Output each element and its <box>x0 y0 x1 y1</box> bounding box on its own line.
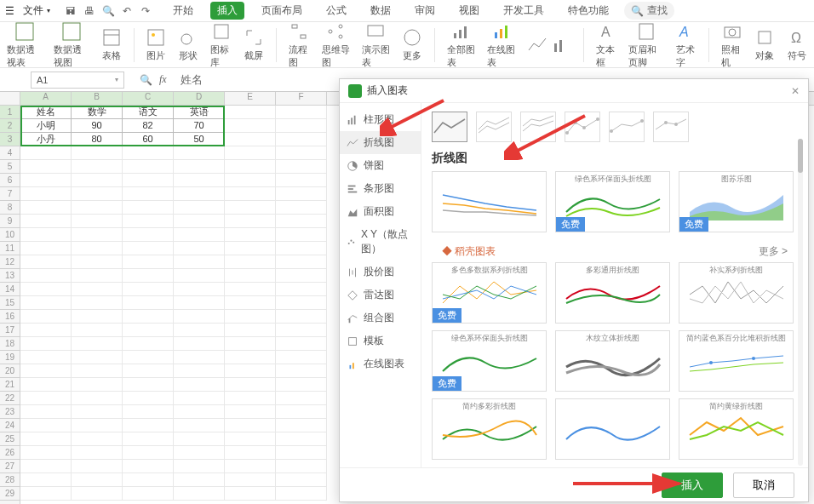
chart-thumb-8[interactable]: 木纹立体折线图 <box>555 330 670 392</box>
name-box-value: A1 <box>37 75 48 85</box>
dialog-scrollbar[interactable] <box>798 139 803 466</box>
close-icon[interactable]: ✕ <box>791 85 800 97</box>
ct-pie[interactable]: 饼图 <box>340 154 421 177</box>
tab-insert[interactable]: 插入 <box>210 2 244 20</box>
ribbon-mind[interactable]: 思维导图 <box>322 22 350 68</box>
ct-hbar[interactable]: 条形图 <box>340 177 421 200</box>
search-label: 查找 <box>647 3 668 18</box>
ribbon-present[interactable]: 演示图表 <box>362 22 390 68</box>
svg-point-51 <box>596 117 599 121</box>
svg-rect-13 <box>368 26 383 36</box>
save-icon[interactable]: 🖬 <box>64 5 77 17</box>
tab-developer[interactable]: 开发工具 <box>496 2 551 20</box>
menu-icon[interactable]: ☰ <box>5 5 14 17</box>
svg-point-48 <box>565 131 569 135</box>
ribbon-symbol[interactable]: Ω符号 <box>787 27 807 62</box>
subtype-marker-stacked[interactable] <box>609 112 645 142</box>
fx-icon[interactable]: fx <box>159 73 167 86</box>
print-icon[interactable]: 🖶 <box>83 5 96 17</box>
ribbon-pivot-table[interactable]: 数据透视表 <box>7 22 42 68</box>
tab-pagelayout[interactable]: 页面布局 <box>255 2 309 20</box>
ribbon-online-chart[interactable]: 在线图表 <box>487 22 515 68</box>
ribbon-table[interactable]: 表格 <box>101 27 122 62</box>
col-header-D[interactable]: D <box>174 92 225 105</box>
ribbon-flow[interactable]: 流程图 <box>289 22 310 68</box>
ribbon-iconlib[interactable]: 图标库 <box>210 22 232 68</box>
tab-review[interactable]: 审阅 <box>408 2 442 20</box>
more-link[interactable]: 更多 > <box>759 244 788 259</box>
ribbon-more[interactable]: 更多 <box>402 27 422 62</box>
ribbon-picture[interactable]: 图片 <box>146 27 166 62</box>
chart-thumb-12[interactable]: 简约黄绿折线图 <box>679 398 794 460</box>
chart-thumb-6[interactable]: 补实系列折线图 <box>679 262 794 324</box>
svg-point-14 <box>404 30 420 45</box>
tab-data[interactable]: 数据 <box>364 2 398 20</box>
dialog-icon <box>348 84 362 98</box>
ribbon-screenshot[interactable]: 截屏 <box>244 27 264 62</box>
formula-text[interactable]: 姓名 <box>181 72 203 88</box>
chart-thumb-10[interactable]: 简约多彩折线图 <box>432 398 547 460</box>
subtype-100stacked[interactable] <box>520 112 556 142</box>
tab-view[interactable]: 视图 <box>452 2 486 20</box>
tab-home[interactable]: 开始 <box>166 2 200 20</box>
insert-button[interactable]: 插入 <box>662 472 723 498</box>
svg-rect-36 <box>348 191 358 192</box>
redo-icon[interactable]: ↷ <box>139 5 152 17</box>
preview-title: 折线图 <box>421 151 808 171</box>
ct-template[interactable]: 模板 <box>340 329 421 352</box>
tab-formulas[interactable]: 公式 <box>319 2 353 20</box>
svg-rect-18 <box>495 32 497 38</box>
ct-line[interactable]: 折线图 <box>340 131 421 154</box>
undo-icon[interactable]: ↶ <box>120 5 134 17</box>
col-header-C[interactable]: C <box>123 92 174 105</box>
name-box[interactable]: A1 ▾ <box>31 72 124 89</box>
svg-point-54 <box>664 121 668 124</box>
col-header-F[interactable]: F <box>276 92 327 105</box>
ribbon-all-charts[interactable]: 全部图表 <box>447 22 475 68</box>
svg-rect-31 <box>351 117 353 124</box>
chart-thumb-11[interactable] <box>555 398 670 460</box>
chart-thumb-7[interactable]: 绿色系环保面头折线图免费 <box>432 330 547 392</box>
dialog-title: 插入图表 <box>367 83 408 98</box>
ct-stock[interactable]: 股价图 <box>340 261 421 284</box>
tab-features[interactable]: 特色功能 <box>561 2 616 20</box>
ct-radar[interactable]: 雷达图 <box>340 284 421 306</box>
subtype-stacked[interactable] <box>476 112 512 142</box>
ct-area[interactable]: 面积图 <box>340 200 421 223</box>
col-header-A[interactable]: A <box>20 92 72 105</box>
cancel-button[interactable]: 取消 <box>733 472 794 498</box>
search-icon[interactable]: 🔍 <box>140 74 152 86</box>
chart-thumb-5[interactable]: 多彩通用折线图 <box>555 262 670 324</box>
svg-text:A: A <box>679 25 689 39</box>
ct-combo[interactable]: 组合图 <box>340 306 421 329</box>
svg-rect-20 <box>505 26 507 38</box>
ribbon-pivot-chart[interactable]: 数据透视图 <box>54 22 89 68</box>
ribbon-object[interactable]: 对象 <box>754 27 775 62</box>
ribbon-sparks[interactable] <box>527 35 571 55</box>
svg-point-52 <box>610 129 613 133</box>
chart-thumb-3[interactable]: 图苏乐图免费 <box>679 171 794 232</box>
chart-thumb-1[interactable] <box>432 171 547 232</box>
ribbon-camera[interactable]: 照相机 <box>721 22 742 68</box>
chart-thumb-4[interactable]: 多色多数据系列折线图免费 <box>432 262 547 324</box>
ct-bar[interactable]: 柱形图 <box>340 108 421 131</box>
ribbon-shape[interactable]: 形状 <box>178 27 198 62</box>
chart-thumb-9[interactable]: 简约蓝色系百分比堆积折线图 <box>679 330 794 392</box>
col-header-B[interactable]: B <box>72 92 123 105</box>
ribbon-textbox[interactable]: A文本框 <box>596 22 617 68</box>
subtype-marker-100[interactable] <box>653 112 689 142</box>
free-badge: 免费 <box>433 376 461 391</box>
svg-rect-34 <box>348 185 356 186</box>
subtype-line[interactable] <box>432 112 467 142</box>
subtype-marker[interactable] <box>565 112 600 142</box>
preview-icon[interactable]: 🔍 <box>101 5 115 17</box>
ribbon-wordart[interactable]: A艺术字 <box>676 22 697 68</box>
ct-scatter[interactable]: X Y（散点图） <box>340 223 421 261</box>
chart-thumb-2[interactable]: 绿色系环保面头折线图免费 <box>555 171 670 232</box>
svg-rect-46 <box>350 364 352 368</box>
search-box[interactable]: 🔍 查找 <box>624 2 674 20</box>
file-menu[interactable]: 文件 ▾ <box>18 2 55 20</box>
ct-online[interactable]: 在线图表 <box>340 352 421 375</box>
col-header-E[interactable]: E <box>225 92 276 105</box>
ribbon-headfoot[interactable]: 页眉和页脚 <box>628 22 663 68</box>
